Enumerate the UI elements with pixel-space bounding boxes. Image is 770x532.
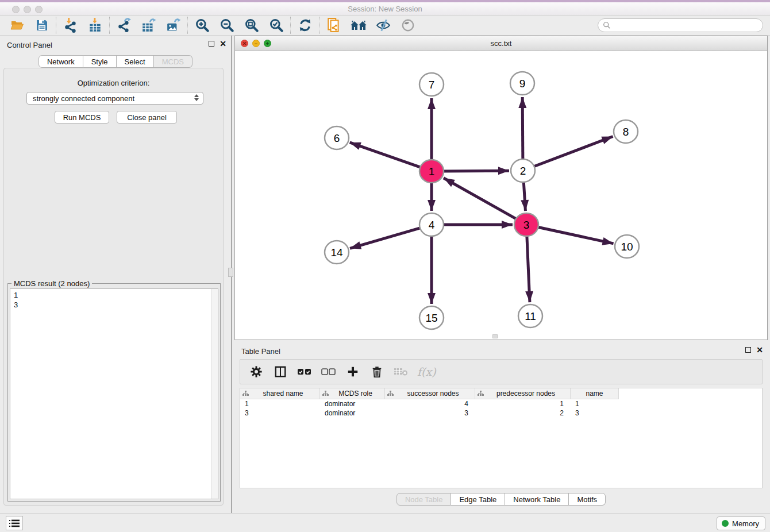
clone-network-icon <box>326 18 341 33</box>
select-all-columns-button[interactable] <box>297 364 313 380</box>
open-folder-icon <box>10 18 25 32</box>
column-header-label: shared name <box>249 390 317 398</box>
mcds-result-lines: 13 <box>10 289 218 311</box>
tab-mcds[interactable]: MCDS <box>154 55 192 68</box>
column-header-label: successor nodes <box>394 390 472 398</box>
table-cell[interactable]: 3 <box>571 408 619 418</box>
export-table-button[interactable] <box>136 16 161 34</box>
zoom-selected-icon <box>269 18 284 33</box>
eye-disabled-icon <box>401 18 415 33</box>
show-column-panel-button[interactable] <box>272 364 288 380</box>
graph-edge-3-11[interactable] <box>527 236 530 302</box>
close-panel-icon[interactable]: ✕ <box>220 40 226 47</box>
home-view-button[interactable] <box>346 16 371 34</box>
table-cell[interactable]: 1 <box>571 399 619 408</box>
graph-node-8[interactable]: 8 <box>614 120 638 143</box>
graph-node-4[interactable]: 4 <box>419 213 444 236</box>
column-header-shared-name[interactable]: shared name <box>240 388 320 399</box>
table-cell[interactable]: 1 <box>475 399 571 408</box>
graph-edge-2-8[interactable] <box>533 137 613 167</box>
tab-style[interactable]: Style <box>83 55 117 68</box>
network-canvas[interactable]: 7968124314101511 <box>235 51 767 340</box>
graph-edge-4-14[interactable] <box>350 228 421 248</box>
network-view-window: ✕ − + scc.txt 7968124314101511 <box>234 36 768 340</box>
table-cell[interactable]: 2 <box>475 408 571 418</box>
zoom-fit-icon <box>244 18 259 33</box>
export-network-button[interactable] <box>111 16 136 34</box>
graph-node-label: 8 <box>623 126 629 138</box>
import-table-button[interactable] <box>83 16 107 34</box>
criterion-dropdown[interactable]: strongly connected component <box>26 92 203 105</box>
float-table-panel-icon[interactable] <box>745 347 751 353</box>
table-tab-node-table[interactable]: Node Table <box>396 493 452 506</box>
close-table-panel-icon[interactable]: ✕ <box>756 346 763 353</box>
graph-node-3[interactable]: 3 <box>514 213 538 236</box>
zoom-out-button[interactable] <box>214 16 239 34</box>
table-tab-edge-table[interactable]: Edge Table <box>451 493 505 506</box>
graph-edge-1-2[interactable] <box>442 171 509 171</box>
graph-node-15[interactable]: 15 <box>419 306 444 329</box>
import-network-button[interactable] <box>58 16 83 34</box>
zoom-selected-button[interactable] <box>264 16 288 34</box>
zoom-in-button[interactable] <box>190 16 214 34</box>
network-window-titlebar[interactable]: ✕ − + scc.txt <box>235 36 767 51</box>
tab-select[interactable]: Select <box>117 55 154 68</box>
graph-node-label: 3 <box>523 219 530 231</box>
float-panel-icon[interactable] <box>209 41 214 47</box>
table-tab-motifs[interactable]: Motifs <box>569 493 606 506</box>
search-input[interactable] <box>611 21 763 30</box>
create-column-button[interactable] <box>345 364 361 380</box>
table-tab-network-table[interactable]: Network Table <box>505 493 569 506</box>
graph-edge-2-3[interactable] <box>523 182 525 211</box>
graph-edge-1-6[interactable] <box>350 142 421 168</box>
graph-node-10[interactable]: 10 <box>615 235 639 258</box>
table-cell[interactable]: 1 <box>240 399 320 408</box>
hierarchy-icon <box>242 391 249 396</box>
memory-button[interactable]: Memory <box>717 516 765 530</box>
task-history-button[interactable] <box>6 516 23 530</box>
run-mcds-button[interactable]: Run MCDS <box>55 111 109 124</box>
graph-node-14[interactable]: 14 <box>325 241 349 264</box>
column-header-mcds-role[interactable]: MCDS role <box>320 388 385 399</box>
graph-node-1[interactable]: 1 <box>419 160 444 183</box>
hide-graphics-button[interactable] <box>371 16 395 34</box>
mcds-result-line: 3 <box>14 300 214 310</box>
close-panel-button[interactable]: Close panel <box>117 111 177 124</box>
open-session-button[interactable] <box>5 16 29 34</box>
table-settings-button[interactable] <box>248 364 264 380</box>
column-header-name[interactable]: name <box>571 388 619 399</box>
column-header-predecessor-nodes[interactable]: predecessor nodes <box>475 388 571 399</box>
table-cell[interactable]: 3 <box>240 408 320 418</box>
unselect-all-columns-button[interactable] <box>321 364 337 380</box>
table-cell[interactable]: dominator <box>320 399 385 408</box>
tab-network[interactable]: Network <box>38 55 83 68</box>
table-cell[interactable]: 3 <box>385 408 475 418</box>
table-row[interactable]: 3dominator323 <box>240 408 762 418</box>
graph-node-11[interactable]: 11 <box>518 304 542 327</box>
zoom-fit-button[interactable] <box>239 16 264 34</box>
show-graphics-button[interactable] <box>395 16 420 34</box>
refresh-view-button[interactable] <box>292 16 317 34</box>
canvas-splitter-grip[interactable] <box>492 334 498 338</box>
result-scrollbar[interactable] <box>211 289 218 499</box>
vertical-splitter-handle[interactable] <box>228 268 233 277</box>
graph-edge-3-1[interactable] <box>444 178 517 219</box>
table-row[interactable]: 1dominator411 <box>240 399 762 408</box>
export-image-button[interactable] <box>161 16 186 34</box>
mcds-result-box[interactable]: 13 <box>10 288 218 499</box>
graph-edge-2-9[interactable] <box>522 97 523 160</box>
table-cell[interactable]: 4 <box>385 399 475 408</box>
graph-node-label: 7 <box>429 79 435 91</box>
clone-network-button[interactable] <box>321 16 346 34</box>
table-cell[interactable]: dominator <box>320 408 385 418</box>
memory-label: Memory <box>732 519 759 528</box>
graph-node-2[interactable]: 2 <box>511 159 535 182</box>
graph-edge-3-10[interactable] <box>537 227 614 244</box>
delete-column-button[interactable] <box>369 364 385 380</box>
save-session-button[interactable] <box>29 16 54 34</box>
graph-node-9[interactable]: 9 <box>510 72 534 95</box>
graph-node-6[interactable]: 6 <box>325 126 349 149</box>
column-header-successor-nodes[interactable]: successor nodes <box>385 388 475 399</box>
graph-node-7[interactable]: 7 <box>419 73 444 96</box>
trash-icon <box>371 365 383 378</box>
